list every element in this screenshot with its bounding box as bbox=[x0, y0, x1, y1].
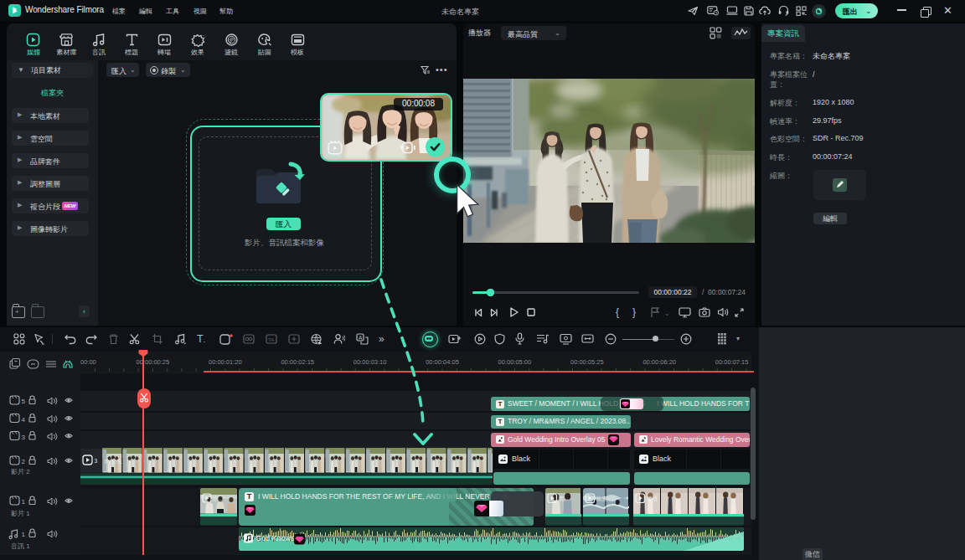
svg-text:4: 4 bbox=[22, 416, 26, 424]
svg-text:1: 1 bbox=[22, 498, 26, 506]
svg-text:窓...: 窓... bbox=[559, 496, 569, 501]
svg-text:God Knows: God Knows bbox=[255, 534, 295, 542]
svg-text:窓...: 窓... bbox=[213, 496, 222, 501]
svg-text:TA: TA bbox=[268, 337, 274, 342]
svg-text:婚禮: 婚禮 bbox=[647, 496, 658, 502]
svg-text:衝浪: 衝浪 bbox=[596, 496, 608, 502]
svg-text:5: 5 bbox=[22, 398, 26, 405]
svg-text:3: 3 bbox=[95, 457, 98, 463]
svg-text:1: 1 bbox=[22, 531, 26, 538]
svg-text:2: 2 bbox=[22, 458, 26, 465]
svg-text:3: 3 bbox=[22, 434, 26, 441]
svg-text:畫·女生: 畫·女生 bbox=[104, 457, 122, 463]
